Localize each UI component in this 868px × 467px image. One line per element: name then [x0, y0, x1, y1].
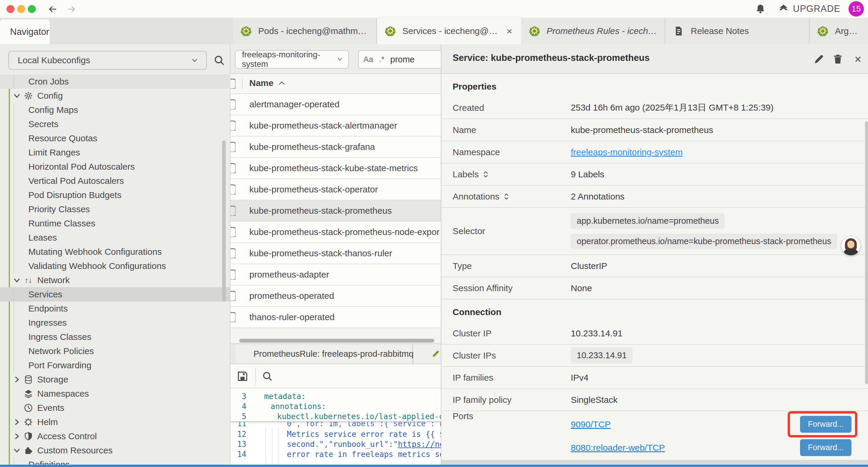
window-minimize-button[interactable]	[17, 5, 25, 13]
chevron-right-icon[interactable]	[12, 418, 21, 427]
sidebar-item-services[interactable]: Services	[0, 287, 230, 301]
app-tab-release[interactable]: Release Notes	[665, 18, 809, 44]
row-checkbox[interactable]	[230, 99, 236, 109]
sidebar-item-namespaces[interactable]: Namespaces	[0, 387, 230, 401]
sidebar-item-helm[interactable]: Helm	[0, 415, 230, 429]
table-row-kube-prometheus-stack-operator[interactable]: kube-prometheus-stack-operator	[230, 179, 441, 200]
chevron-right-icon[interactable]	[12, 432, 21, 441]
chevron-down-icon[interactable]	[12, 446, 21, 455]
row-checkbox[interactable]	[230, 291, 236, 301]
table-row-kube-prometheus-stack-prometheus[interactable]: kube-prometheus-stack-prometheus	[230, 200, 441, 222]
row-checkbox[interactable]	[230, 142, 236, 152]
sidebar-item-validating-webhook-configurations[interactable]: Validating Webhook Configurations	[0, 259, 230, 273]
forward-button[interactable]: Forward...	[800, 439, 851, 456]
table-row-kube-prometheus-stack-alertmanager[interactable]: kube-prometheus-stack-alertmanager	[230, 115, 441, 137]
forward-icon[interactable]	[66, 4, 77, 15]
chevron-right-icon[interactable]	[12, 375, 21, 384]
table-row-alertmanager-operated[interactable]: alertmanager-operated	[230, 94, 441, 115]
row-checkbox[interactable]	[230, 184, 236, 195]
tab-close-icon[interactable]: ×	[505, 25, 514, 37]
match-case-toggle[interactable]: Aa	[363, 55, 373, 64]
notifications-bell-icon[interactable]	[755, 4, 766, 14]
sidebar-item-leases[interactable]: Leases	[0, 231, 230, 245]
editor-search-icon[interactable]	[262, 371, 273, 382]
sidebar-item-mutating-webhook-configurations[interactable]: Mutating Webhook Configurations	[0, 245, 230, 259]
sidebar-item-secrets[interactable]: Secrets	[0, 117, 230, 131]
table-row-kube-prometheus-stack-prometheus-node-expor[interactable]: kube-prometheus-stack-prometheus-node-ex…	[230, 222, 441, 243]
app-tab-pods[interactable]: Pods - icecheng@mathmas...	[233, 18, 377, 44]
app-tab-argo[interactable]: Argo Se	[809, 18, 868, 44]
sidebar-item-port-forwarding[interactable]: Port Forwarding	[0, 358, 230, 372]
sidebar-item-storage[interactable]: Storage	[0, 372, 230, 387]
row-checkbox[interactable]	[230, 269, 236, 280]
account-badge[interactable]: 15	[848, 1, 864, 17]
sidebar-item-network[interactable]: ↑↓Network	[0, 273, 230, 287]
search-icon[interactable]	[213, 54, 225, 66]
editor-tab-next[interactable]	[414, 344, 441, 363]
sidebar-item-pod-disruption-budgets[interactable]: Pod Disruption Budgets	[0, 188, 230, 202]
detail-scrollbar[interactable]	[865, 121, 868, 384]
sidebar-item-limit-ranges[interactable]: Limit Ranges	[0, 145, 230, 159]
editor-tab-prometheusrule[interactable]: PrometheusRule: freeleaps-prod-rabbitmq	[236, 344, 413, 363]
sidebar-item-config[interactable]: Config	[0, 89, 230, 103]
sidebar-item-config-maps[interactable]: Config Maps	[0, 103, 230, 117]
regex-toggle[interactable]: .*	[379, 55, 384, 64]
table-row-prometheus-adapter[interactable]: prometheus-adapter	[230, 264, 441, 286]
expand-collapse-icon[interactable]	[483, 169, 489, 179]
service-search-input[interactable]: Aa .* prome	[358, 50, 441, 68]
sidebar-item-events[interactable]: Events	[0, 401, 230, 415]
app-tab-services[interactable]: Services - icecheng@math...×	[377, 18, 521, 44]
app-tab-prometheus[interactable]: Prometheus Rules - icecheng...	[521, 18, 665, 44]
sidebar-item-resource-quotas[interactable]: Resource Quotas	[0, 131, 230, 145]
expand-collapse-icon[interactable]	[503, 192, 509, 202]
sidebar-item-ingress-classes[interactable]: Ingress Classes	[0, 330, 230, 344]
sidebar-item-cron-jobs[interactable]: Cron Jobs	[0, 75, 230, 89]
navigator-panel-tab[interactable]: Navigator	[0, 20, 50, 44]
row-checkbox[interactable]	[230, 121, 236, 130]
port-link[interactable]: 8080:reloader-web/TCP	[571, 443, 665, 453]
namespace-filter-dropdown[interactable]: freeleaps-monitoring-system	[235, 50, 349, 68]
yaml-editor[interactable]: 3metadata:4annotations:5kubectl.kubernet…	[230, 388, 441, 467]
forward-button[interactable]: Forward...	[800, 416, 851, 433]
sidebar-scrollbar[interactable]	[222, 140, 226, 301]
table-row-kube-prometheus-stack-grafana[interactable]: kube-prometheus-stack-grafana	[230, 137, 441, 158]
kubeconfig-selector[interactable]: Local Kubeconfigs	[8, 51, 207, 70]
table-row-prometheus-operated[interactable]: prometheus-operated	[230, 286, 441, 307]
close-icon[interactable]: ×	[852, 53, 864, 65]
select-all-checkbox[interactable]	[230, 79, 236, 89]
table-horizontal-scrollbar[interactable]	[239, 339, 434, 343]
sidebar-item-ingresses[interactable]: Ingresses	[0, 316, 230, 330]
service-name: kube-prometheus-stack-operator	[249, 184, 378, 195]
edit-pencil-icon	[431, 349, 440, 358]
sidebar-item-vertical-pod-autoscalers[interactable]: Vertical Pod Autoscalers	[0, 174, 230, 188]
row-checkbox[interactable]	[230, 248, 236, 258]
table-row-kube-prometheus-stack-kube-state-metrics[interactable]: kube-prometheus-stack-kube-state-metrics	[230, 158, 441, 179]
port-link[interactable]: 9090/TCP	[571, 419, 611, 430]
name-column-header[interactable]: Name	[249, 78, 285, 88]
row-checkbox[interactable]	[230, 206, 236, 216]
back-icon[interactable]	[47, 4, 59, 15]
row-checkbox[interactable]	[230, 227, 236, 237]
edit-pencil-icon[interactable]	[813, 53, 825, 65]
sidebar-item-priority-classes[interactable]: Priority Classes	[0, 202, 230, 216]
chevron-down-icon[interactable]	[12, 91, 21, 100]
sidebar-item-network-policies[interactable]: Network Policies	[0, 344, 230, 358]
kubernetes-icon	[529, 25, 540, 37]
row-checkbox[interactable]	[230, 163, 236, 173]
sidebar-item-endpoints[interactable]: Endpoints	[0, 301, 230, 316]
window-close-button[interactable]	[6, 5, 14, 13]
namespace-link[interactable]: freeleaps-monitoring-system	[571, 147, 682, 157]
sidebar-item-access-control[interactable]: Access Control	[0, 429, 230, 443]
row-checkbox[interactable]	[230, 312, 236, 322]
table-row-thanos-ruler-operated[interactable]: thanos-ruler-operated	[230, 307, 441, 328]
sidebar-item-horizontal-pod-autoscalers[interactable]: Horizontal Pod Autoscalers	[0, 159, 230, 174]
trash-icon[interactable]	[832, 53, 844, 65]
table-row-kube-prometheus-stack-thanos-ruler[interactable]: kube-prometheus-stack-thanos-ruler	[230, 243, 441, 264]
sidebar-item-custom-resources[interactable]: Custom Resources	[0, 443, 230, 458]
window-zoom-button[interactable]	[28, 5, 36, 13]
chevron-down-icon[interactable]	[12, 276, 21, 285]
sidebar-item-runtime-classes[interactable]: Runtime Classes	[0, 216, 230, 231]
save-icon[interactable]	[236, 370, 249, 382]
avatar[interactable]	[841, 236, 860, 255]
upgrade-button[interactable]: UPGRADE	[778, 3, 840, 15]
